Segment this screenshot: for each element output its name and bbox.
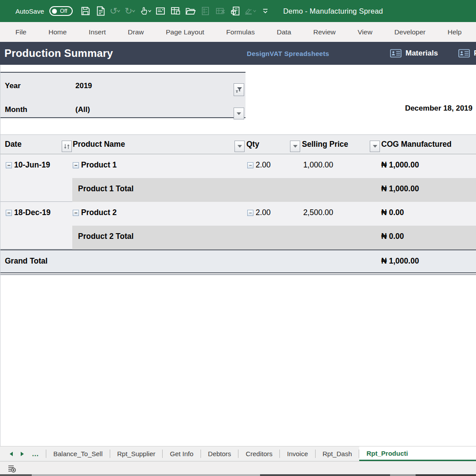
- date-column-spacer: [0, 178, 72, 202]
- autosave-label: AutoSave: [15, 7, 44, 15]
- materials-button[interactable]: Materials: [390, 49, 438, 58]
- sheet-tab-balance-to-sell[interactable]: Balance_To_Sell: [46, 446, 110, 461]
- cog-cell: ₦ 1,000.00: [381, 160, 419, 170]
- sheet-tab-rpt-production-active[interactable]: Rpt_Producti: [359, 446, 476, 461]
- sort-icon: [63, 143, 70, 150]
- brand-text: DesignVAT Spreadsheets: [247, 50, 329, 57]
- month-label: Month: [5, 105, 27, 114]
- tab-file[interactable]: File: [15, 28, 26, 36]
- bottom-edge-strip: [0, 474, 476, 476]
- date-column-spacer: [0, 226, 72, 249]
- tab-review[interactable]: Review: [313, 28, 336, 36]
- subtotal-cog: ₦ 1,000.00: [381, 184, 419, 193]
- redo-icon[interactable]: ↻: [124, 4, 137, 18]
- toggle-knob-icon: [52, 9, 57, 14]
- titlebar: AutoSave Off ↺ ↻: [0, 0, 476, 22]
- subtotal-label: Product 1 Total: [78, 184, 134, 193]
- sheet-tab-rpt-dash[interactable]: Rpt_Dash: [316, 446, 359, 461]
- table-row: − 10-Jun-19 − Product 1 − 2.00 1,000.00 …: [0, 154, 476, 178]
- tab-page-layout[interactable]: Page Layout: [166, 28, 204, 36]
- collapse-icon[interactable]: −: [6, 162, 12, 168]
- col-header-product: Product Name: [73, 140, 125, 149]
- ribbon-tab-strip: File Home Insert Draw Page Layout Formul…: [0, 22, 476, 42]
- page-title: Production Summary: [4, 47, 113, 60]
- collapse-icon[interactable]: −: [247, 162, 253, 168]
- status-bar: [0, 461, 476, 476]
- protect-sheet-icon[interactable]: [169, 4, 182, 18]
- tab-help[interactable]: Help: [448, 28, 462, 36]
- id-card-icon: [458, 49, 470, 58]
- month-dropdown-button[interactable]: [234, 108, 244, 119]
- year-value: 2019: [75, 82, 92, 90]
- fill-color-icon[interactable]: [244, 4, 257, 18]
- qty-cell: − 2.00: [247, 208, 271, 217]
- funnel-icon: [235, 86, 242, 93]
- sheet-tab-invoice[interactable]: Invoice: [280, 446, 315, 461]
- subtotal-row: Product 1 Total ₦ 1,000.00: [0, 178, 476, 202]
- save-icon[interactable]: [79, 4, 92, 18]
- document-title: Demo - Manufacturing Spread: [283, 7, 383, 15]
- chevron-down-icon: [293, 145, 298, 148]
- product-cell: − Product 1: [73, 160, 117, 170]
- qty-cell: − 2.00: [247, 160, 271, 170]
- subtotal-row: Product 2 Total ₦ 0.00: [0, 226, 476, 249]
- checklist-icon[interactable]: [199, 4, 212, 18]
- open-folder-icon[interactable]: [184, 4, 197, 18]
- tab-data[interactable]: Data: [277, 28, 291, 36]
- chevron-down-icon: [238, 145, 242, 148]
- price-filter-button[interactable]: [370, 141, 380, 152]
- date-cell: − 10-Jun-19: [6, 160, 50, 170]
- sheet-tab-rpt-supplier[interactable]: Rpt_Supplier: [110, 446, 163, 461]
- date-sort-button[interactable]: [62, 141, 72, 152]
- prev-sheet-icon[interactable]: [9, 451, 13, 457]
- date-cell: − 18-Dec-19: [6, 208, 51, 217]
- tab-developer[interactable]: Developer: [394, 28, 426, 36]
- sheet-tab-bar: … Balance_To_Sell Rpt_Supplier Get Info …: [0, 446, 476, 461]
- price-cell: 1,000.00: [274, 160, 333, 170]
- sheet-tab-debtors[interactable]: Debtors: [201, 446, 238, 461]
- collapse-icon[interactable]: −: [6, 210, 12, 216]
- next-sheet-icon[interactable]: [20, 451, 25, 457]
- year-filter-button[interactable]: [234, 83, 244, 96]
- quick-access-toolbar: ↺ ↻: [79, 4, 272, 18]
- product-filter-button[interactable]: [234, 141, 245, 152]
- worksheet: Year 2019 Month (All) December 18, 2019 …: [0, 65, 476, 446]
- collapse-icon[interactable]: −: [73, 210, 79, 216]
- grand-total-row: Grand Total ₦ 1,000.00: [0, 249, 476, 273]
- subtotal-label: Product 2 Total: [78, 232, 134, 241]
- print-preview-icon[interactable]: [94, 4, 107, 18]
- grand-total-label: Grand Total: [5, 257, 48, 266]
- more-sheets-button[interactable]: …: [32, 450, 40, 458]
- tab-home[interactable]: Home: [48, 28, 67, 36]
- chevron-down-icon: [237, 112, 241, 115]
- sheet-tab-get-info[interactable]: Get Info: [163, 446, 200, 461]
- table-header-row: Date Product Name Qty Selling Price COG …: [0, 134, 476, 154]
- macro-record-icon[interactable]: [6, 464, 18, 474]
- chevron-down-icon: [373, 145, 377, 148]
- form-view-icon[interactable]: [154, 4, 167, 18]
- collapse-icon[interactable]: −: [73, 162, 79, 168]
- sheet-tab-creditors[interactable]: Creditors: [238, 446, 279, 461]
- col-header-date: Date: [5, 140, 22, 149]
- collapse-icon[interactable]: −: [247, 210, 253, 216]
- id-card-icon: [390, 49, 402, 58]
- nav-button-f-label: F: [474, 49, 476, 58]
- sheet-nav: …: [0, 446, 46, 461]
- customize-qat-icon[interactable]: [259, 4, 272, 18]
- package-icon[interactable]: [229, 4, 242, 18]
- undo-icon[interactable]: ↺: [109, 4, 122, 18]
- delete-sheet-icon[interactable]: [214, 4, 227, 18]
- tab-insert[interactable]: Insert: [89, 28, 106, 36]
- tab-draw[interactable]: Draw: [128, 28, 144, 36]
- cog-cell: ₦ 0.00: [381, 208, 404, 217]
- qty-filter-button[interactable]: [290, 141, 300, 152]
- price-cell: 2,500.00: [274, 208, 333, 217]
- touch-mode-icon[interactable]: [139, 4, 152, 18]
- tab-formulas[interactable]: Formulas: [226, 28, 255, 36]
- year-label: Year: [5, 82, 21, 90]
- autosave-state: Off: [60, 8, 67, 14]
- product-cell: − Product 2: [73, 208, 117, 217]
- autosave-toggle[interactable]: Off: [49, 6, 72, 16]
- nav-button-f[interactable]: F: [458, 49, 476, 58]
- tab-view[interactable]: View: [358, 28, 372, 36]
